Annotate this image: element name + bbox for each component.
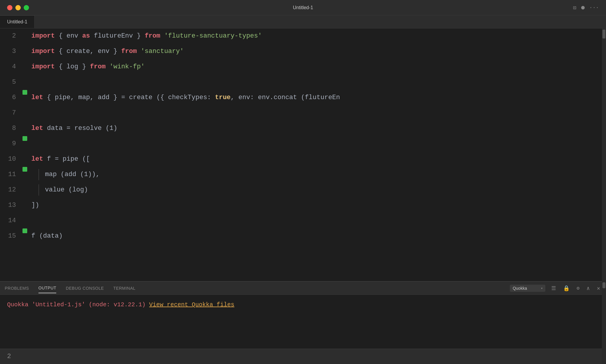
code-line-4: import { log } from 'wink-fp' — [31, 59, 606, 75]
code-line-9 — [31, 136, 606, 152]
run-indicator-15 — [22, 228, 27, 233]
line-number-8: 8 — [5, 121, 16, 136]
line-number-6: 6 — [5, 90, 16, 105]
unsaved-indicator — [581, 6, 585, 9]
minimap-scrollbar[interactable] — [602, 28, 606, 281]
code-line-5 — [31, 75, 606, 90]
line-numbers: 2 3 4 5 6 7 8 9 10 11 12 13 14 15 — [0, 28, 21, 281]
code-line-8: let data = resolve (1) — [31, 121, 606, 136]
panel-scroll-thumb[interactable] — [602, 282, 605, 288]
editor-area: 2 3 4 5 6 7 8 9 10 11 12 13 14 15 import… — [0, 28, 606, 281]
line-number-7: 7 — [5, 105, 16, 121]
tab-untitled-1[interactable]: Untitled-1 — [0, 15, 35, 28]
line-number-14: 14 — [5, 213, 16, 228]
line-number-15: 15 — [5, 228, 16, 244]
gutter-indicators — [21, 28, 29, 281]
tab-bar: Untitled-1 — [0, 15, 606, 28]
output-source-dropdown-wrap[interactable]: Quokka Node Python ▾ — [510, 285, 545, 292]
traffic-lights — [7, 5, 29, 10]
line-number-3: 3 — [5, 44, 16, 59]
code-line-2: import { env as flutureEnv } from 'flutu… — [31, 28, 606, 44]
tab-terminal[interactable]: TERMINAL — [113, 284, 136, 293]
output-source-dropdown[interactable]: Quokka Node Python — [510, 285, 545, 292]
panel-right-controls: Quokka Node Python ▾ ☰ 🔒 ⚙ ∧ ✕ — [510, 284, 601, 293]
close-panel-icon[interactable]: ✕ — [596, 284, 601, 293]
window-title: Untitled-1 — [293, 5, 313, 10]
line-number-10: 10 — [5, 152, 16, 167]
code-line-10: let f = pipe ([ — [31, 152, 606, 167]
settings-icon[interactable]: ⚙ — [576, 284, 581, 292]
code-line-13: ]) — [31, 198, 606, 213]
panel-tabs: PROBLEMS OUTPUT DEBUG CONSOLE TERMINAL Q… — [0, 282, 606, 295]
line-number-4: 4 — [5, 59, 16, 75]
minimap-thumb[interactable] — [602, 30, 605, 38]
code-line-15: f (data) — [31, 228, 606, 244]
run-indicator-6 — [22, 90, 27, 95]
code-line-7 — [31, 105, 606, 121]
maximize-button[interactable] — [24, 5, 29, 10]
chevron-up-icon[interactable]: ∧ — [585, 284, 591, 293]
code-line-12: value (log) — [31, 182, 606, 198]
close-button[interactable] — [7, 5, 12, 10]
split-editor-icon[interactable]: ⊡ — [573, 4, 576, 11]
line-number-11: 11 — [5, 167, 16, 182]
run-indicator-8 — [22, 136, 27, 141]
code-editor[interactable]: import { env as flutureEnv } from 'flutu… — [29, 28, 606, 281]
line-number-2: 2 — [5, 28, 16, 44]
bottom-panel: PROBLEMS OUTPUT DEBUG CONSOLE TERMINAL Q… — [0, 281, 606, 364]
minimize-button[interactable] — [15, 5, 21, 10]
code-line-11: map (add (1)), — [31, 167, 606, 182]
output-text: Quokka 'Untitled-1.js' (node: v12.22.1) — [7, 301, 149, 308]
footer-line-number: 2 — [7, 353, 11, 360]
list-view-icon[interactable]: ☰ — [550, 284, 557, 293]
output-link[interactable]: View recent Quokka files — [149, 301, 234, 308]
title-bar-actions: ⊡ ··· — [573, 4, 599, 11]
line-number-5: 5 — [5, 75, 16, 90]
line-number-13: 13 — [5, 198, 16, 213]
code-line-3: import { create, env } from 'sanctuary' — [31, 44, 606, 59]
output-panel-content: Quokka 'Untitled-1.js' (node: v12.22.1) … — [0, 295, 606, 349]
tab-debug-console[interactable]: DEBUG CONSOLE — [66, 284, 104, 293]
line-number-9: 9 — [5, 136, 16, 152]
output-message: Quokka 'Untitled-1.js' (node: v12.22.1) … — [7, 299, 599, 310]
tab-output[interactable]: OUTPUT — [38, 283, 57, 293]
line-number-12: 12 — [5, 182, 16, 198]
more-actions-icon[interactable]: ··· — [589, 5, 599, 11]
code-line-14 — [31, 213, 606, 228]
panel-footer: 2 — [0, 349, 606, 364]
panel-scrollbar[interactable] — [602, 281, 606, 364]
run-indicator-10 — [22, 167, 27, 172]
title-bar: Untitled-1 ⊡ ··· — [0, 0, 606, 15]
lock-icon[interactable]: 🔒 — [562, 284, 571, 293]
code-line-6: let { pipe, map, add } = create ({ check… — [31, 90, 606, 105]
tab-problems[interactable]: PROBLEMS — [5, 284, 29, 293]
